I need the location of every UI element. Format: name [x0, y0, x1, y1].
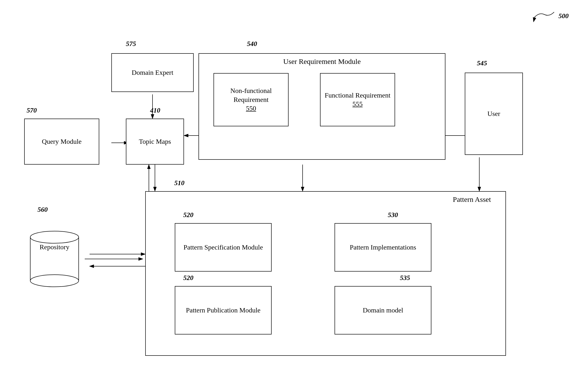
- pattern-pub-box: Pattern Publication Module: [175, 286, 272, 334]
- domain-expert-box: Domain Expert: [111, 53, 194, 92]
- ref-575: 575: [126, 40, 136, 48]
- domain-model-box: Domain model: [334, 286, 431, 334]
- pattern-spec-box: Pattern Specification Module: [175, 223, 272, 271]
- topic-maps-box: Topic Maps: [126, 119, 184, 165]
- ref-530: 530: [388, 211, 398, 219]
- svg-point-18: [30, 275, 79, 287]
- urm-label: User Requirement Module: [283, 57, 361, 66]
- ref-570: 570: [27, 107, 37, 114]
- ref-410: 410: [150, 107, 160, 114]
- functional-box: Functional Requirement 555: [320, 73, 395, 126]
- user-box: User: [465, 73, 523, 155]
- pattern-asset-container: Pattern Asset Pattern Specification Modu…: [145, 191, 506, 356]
- repository-container: Repository: [24, 218, 85, 300]
- ref-560: 560: [37, 206, 48, 213]
- squiggle-500: [530, 7, 559, 27]
- ref-520b: 520: [183, 274, 193, 282]
- query-module-box: Query Module: [24, 119, 99, 165]
- urm-container: User Requirement Module Non-functional R…: [198, 53, 445, 160]
- ref-540: 540: [247, 40, 257, 48]
- svg-point-17: [30, 231, 79, 243]
- pattern-impl-box: Pattern Implementations: [334, 223, 431, 271]
- pattern-asset-label: Pattern Asset: [453, 195, 491, 204]
- figure-number: 500: [558, 12, 569, 20]
- repository-cylinder: [28, 227, 81, 290]
- repository-label: Repository: [40, 243, 69, 251]
- ref-545: 545: [477, 59, 487, 67]
- diagram-container: 500 Domain Expert 575 Topic Maps 410 Que…: [0, 0, 588, 379]
- ref-520a: 520: [183, 211, 193, 219]
- ref-535: 535: [400, 274, 410, 282]
- non-functional-box: Non-functional Requirement 550: [213, 73, 288, 126]
- ref-510: 510: [174, 179, 184, 187]
